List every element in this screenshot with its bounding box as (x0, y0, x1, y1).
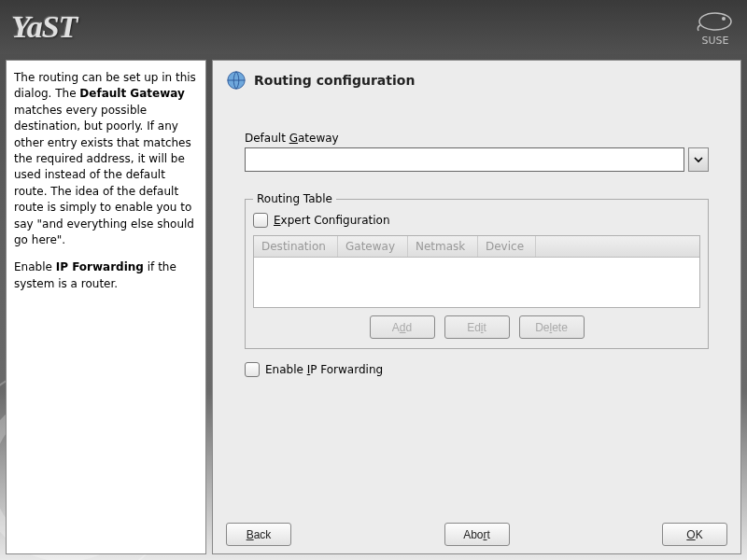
col-destination: Destination (254, 236, 338, 257)
expert-config-label[interactable]: Expert Configuration (274, 214, 390, 227)
globe-icon (226, 70, 247, 91)
abort-button[interactable]: Abort (444, 523, 510, 546)
delete-button: Delete (519, 315, 585, 339)
chevron-down-icon (694, 155, 703, 164)
help-panel: The routing can be set up in this dialog… (6, 60, 206, 554)
ok-button[interactable]: OK (662, 523, 727, 546)
form-body: Default Gateway Routing Table Expert Con… (226, 94, 727, 517)
yast-logo: YaST (11, 9, 77, 45)
chameleon-icon (695, 8, 736, 33)
expert-config-checkbox[interactable] (253, 213, 268, 228)
panel-title-row: Routing configuration (226, 70, 727, 91)
col-spacer (536, 236, 699, 257)
help-paragraph-1: The routing can be set up in this dialog… (14, 70, 198, 248)
header-bar: YaST SUSE (0, 0, 747, 54)
routing-table-header: Destination Gateway Netmask Device (254, 236, 699, 258)
bottom-button-row: Back Abort OK (226, 517, 727, 546)
default-gateway-label: Default Gateway (245, 132, 709, 145)
back-button[interactable]: Back (226, 523, 291, 546)
add-button: Add (370, 315, 435, 339)
default-gateway-dropdown-button[interactable] (688, 147, 709, 172)
col-netmask: Netmask (408, 236, 478, 257)
content-panel: Routing configuration Default Gateway Ro… (212, 60, 741, 554)
table-button-row: Add Edit Delete (253, 315, 700, 339)
routing-table-fieldset: Routing Table Expert Configuration Desti… (245, 192, 709, 349)
routing-table-legend: Routing Table (253, 192, 336, 205)
svg-point-1 (722, 17, 726, 21)
col-device: Device (478, 236, 536, 257)
suse-logo: SUSE (695, 8, 736, 47)
help-paragraph-2: Enable IP Forwarding if the system is a … (14, 259, 198, 292)
expert-config-row: Expert Configuration (253, 213, 700, 228)
default-gateway-input[interactable] (245, 147, 684, 172)
main-area: The routing can be set up in this dialog… (0, 54, 747, 560)
default-gateway-combo (245, 147, 709, 172)
ip-forwarding-label[interactable]: Enable IP Forwarding (265, 363, 383, 376)
svg-point-0 (699, 13, 731, 30)
page-title: Routing configuration (254, 73, 415, 88)
routing-table[interactable]: Destination Gateway Netmask Device (253, 235, 700, 308)
col-gateway: Gateway (338, 236, 408, 257)
ip-forwarding-checkbox[interactable] (245, 362, 260, 377)
edit-button: Edit (444, 315, 510, 339)
ip-forwarding-row: Enable IP Forwarding (245, 362, 709, 377)
